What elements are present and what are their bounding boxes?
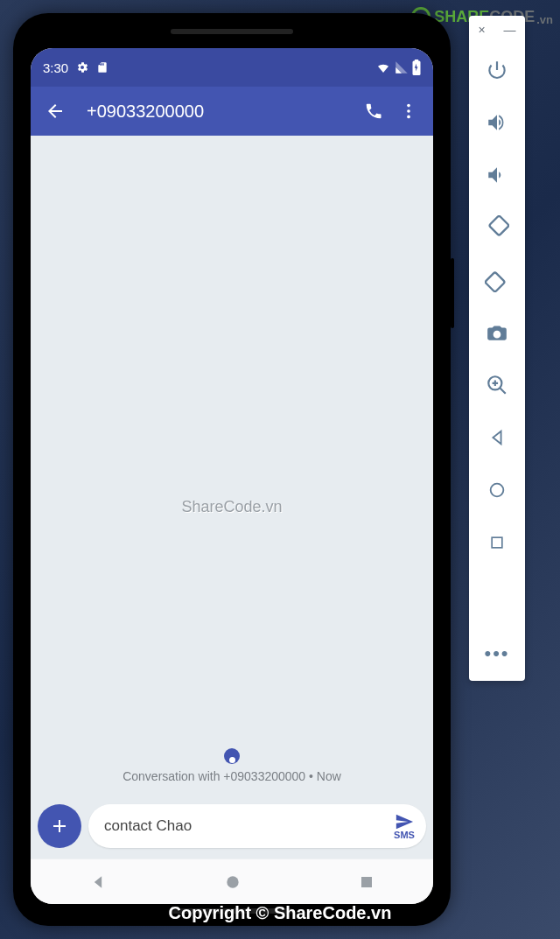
emulator-power-button[interactable] — [476, 44, 518, 96]
android-nav-bar — [31, 858, 433, 904]
contact-badge-icon — [224, 748, 240, 764]
logo-vn: .vn — [536, 13, 553, 26]
nav-overview-button[interactable] — [359, 874, 374, 890]
battery-charging-icon — [412, 60, 421, 75]
emulator-zoom-button[interactable] — [476, 359, 518, 411]
emulator-overview-button[interactable] — [476, 516, 518, 569]
emulator-close-button[interactable]: × — [478, 23, 485, 37]
nav-home-button[interactable] — [224, 873, 242, 891]
compose-row: SMS — [31, 799, 433, 858]
emulator-rotate-left-button[interactable] — [476, 201, 518, 254]
svg-point-4 — [407, 116, 410, 119]
gear-icon — [75, 60, 89, 74]
conversation-info: Conversation with +09033200000 • Now — [31, 748, 433, 799]
phone-screen: 3:30 — [31, 48, 433, 904]
conversation-with-text: Conversation with +09033200000 • Now — [31, 769, 433, 783]
back-button[interactable] — [38, 101, 73, 122]
svg-point-3 — [407, 109, 410, 113]
emulator-more-button[interactable]: ••• — [484, 642, 509, 674]
signal-icon — [395, 60, 409, 74]
message-input-container: SMS — [88, 804, 426, 848]
app-bar: +09033200000 — [31, 87, 433, 136]
wifi-icon — [375, 60, 391, 74]
phone-speaker — [171, 29, 293, 34]
emulator-rotate-right-button[interactable] — [476, 254, 518, 306]
svg-rect-7 — [489, 215, 509, 235]
svg-rect-11 — [492, 537, 502, 548]
svg-point-10 — [491, 484, 504, 497]
copyright-text: Copyright © ShareCode.vn — [169, 903, 392, 923]
status-time: 3:30 — [43, 60, 68, 75]
more-options-button[interactable] — [391, 102, 426, 121]
svg-rect-1 — [415, 60, 419, 61]
emulator-minimize-button[interactable]: — — [504, 23, 516, 37]
emulator-back-button[interactable] — [476, 411, 518, 464]
emulator-volume-down-button[interactable] — [476, 149, 518, 201]
status-bar: 3:30 — [31, 48, 433, 87]
svg-point-2 — [407, 104, 410, 108]
conversation-title: +09033200000 — [73, 102, 356, 122]
nav-back-button[interactable] — [89, 873, 107, 891]
phone-side-button — [451, 258, 454, 328]
chat-body[interactable]: ShareCode.vn Conversation with +09033200… — [31, 136, 433, 799]
send-button[interactable]: SMS — [389, 812, 419, 840]
emulator-home-button[interactable] — [476, 464, 518, 516]
svg-rect-8 — [485, 272, 505, 292]
emulator-toolbar: × — ••• — [469, 16, 525, 681]
svg-rect-6 — [361, 877, 372, 887]
svg-point-5 — [227, 876, 238, 887]
emulator-volume-up-button[interactable] — [476, 96, 518, 149]
send-label: SMS — [394, 830, 415, 840]
sd-card-icon — [96, 60, 108, 74]
watermark-center: ShareCode.vn — [181, 498, 282, 516]
emulator-camera-button[interactable] — [476, 306, 518, 359]
add-attachment-button[interactable] — [38, 804, 81, 848]
message-input[interactable] — [104, 817, 389, 835]
call-button[interactable] — [356, 102, 391, 121]
phone-frame: 3:30 — [13, 13, 451, 926]
